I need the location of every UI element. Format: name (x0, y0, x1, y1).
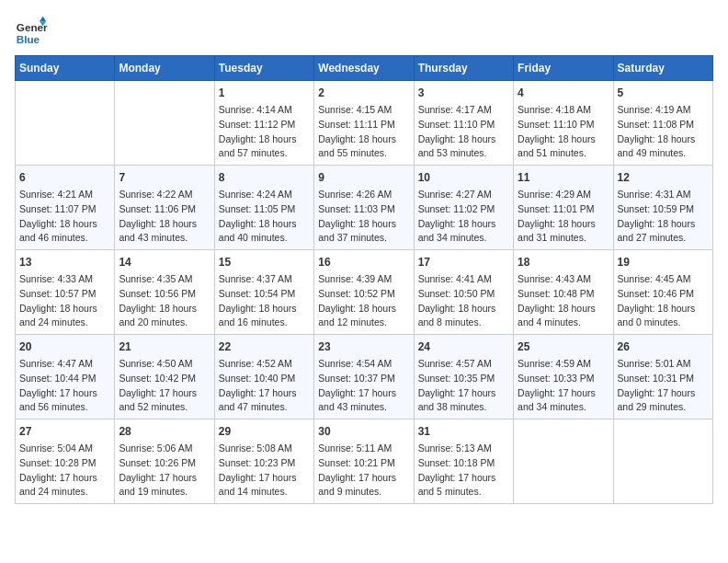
day-info: Sunrise: 4:47 AM (19, 357, 110, 372)
day-info: Sunrise: 4:17 AM (418, 103, 509, 118)
day-info: Daylight: 17 hours (618, 386, 709, 401)
weekday-header: Thursday (414, 56, 513, 81)
day-info: Sunset: 10:46 PM (618, 287, 709, 302)
day-info: Daylight: 17 hours (219, 471, 310, 486)
day-info: Daylight: 18 hours (518, 302, 609, 316)
day-info: Sunset: 10:35 PM (418, 372, 509, 386)
calendar-day-cell: 28Sunrise: 5:06 AMSunset: 10:26 PMDaylig… (115, 419, 214, 504)
weekday-header: Wednesday (314, 56, 414, 81)
calendar-day-cell: 14Sunrise: 4:35 AMSunset: 10:56 PMDaylig… (115, 250, 214, 335)
day-info: Sunrise: 4:37 AM (219, 272, 310, 287)
day-info: and 51 minutes. (518, 146, 609, 161)
day-info: Daylight: 18 hours (318, 302, 409, 316)
day-number: 26 (618, 339, 709, 355)
day-info: Sunrise: 4:33 AM (19, 272, 110, 287)
day-number: 21 (119, 339, 210, 355)
day-info: Sunrise: 4:19 AM (618, 103, 709, 118)
calendar-day-cell: 11Sunrise: 4:29 AMSunset: 11:01 PMDaylig… (514, 166, 613, 250)
day-info: Sunrise: 5:08 AM (219, 442, 310, 456)
day-info: Sunrise: 4:59 AM (518, 357, 609, 372)
day-number: 9 (318, 169, 409, 186)
calendar-week-row: 13Sunrise: 4:33 AMSunset: 10:57 PMDaylig… (16, 250, 713, 335)
calendar-day-cell: 5Sunrise: 4:19 AMSunset: 11:08 PMDayligh… (613, 81, 712, 166)
calendar-day-cell (514, 419, 613, 504)
calendar-day-cell: 2Sunrise: 4:15 AMSunset: 11:11 PMDayligh… (314, 81, 414, 166)
day-info: and 55 minutes. (318, 146, 409, 161)
day-info: Sunset: 10:40 PM (219, 372, 310, 386)
day-info: Sunrise: 4:18 AM (518, 103, 609, 118)
calendar-day-cell: 19Sunrise: 4:45 AMSunset: 10:46 PMDaylig… (613, 250, 712, 335)
day-info: Sunset: 10:26 PM (119, 456, 210, 471)
calendar-day-cell: 10Sunrise: 4:27 AMSunset: 11:02 PMDaylig… (414, 166, 513, 250)
day-info: Daylight: 17 hours (418, 471, 509, 486)
calendar-day-cell: 26Sunrise: 5:01 AMSunset: 10:31 PMDaylig… (613, 335, 712, 419)
day-info: Sunrise: 4:31 AM (618, 188, 709, 202)
day-info: Sunset: 11:08 PM (618, 118, 709, 132)
svg-text:Blue: Blue (17, 33, 40, 45)
day-info: Sunrise: 4:21 AM (19, 188, 110, 202)
calendar-week-row: 27Sunrise: 5:04 AMSunset: 10:28 PMDaylig… (16, 419, 713, 504)
calendar-week-row: 1Sunrise: 4:14 AMSunset: 11:12 PMDayligh… (16, 81, 713, 166)
day-info: Sunrise: 4:41 AM (418, 272, 509, 287)
calendar-day-cell: 15Sunrise: 4:37 AMSunset: 10:54 PMDaylig… (214, 250, 313, 335)
day-info: Daylight: 18 hours (119, 217, 210, 232)
day-number: 12 (618, 169, 709, 186)
calendar-table: SundayMondayTuesdayWednesdayThursdayFrid… (15, 55, 713, 504)
day-info: Sunset: 10:21 PM (318, 456, 409, 471)
calendar-header-row: SundayMondayTuesdayWednesdayThursdayFrid… (16, 56, 713, 81)
day-info: Daylight: 18 hours (618, 302, 709, 316)
day-info: Sunset: 10:50 PM (418, 287, 509, 302)
day-info: Sunset: 11:11 PM (318, 118, 409, 132)
calendar-day-cell: 7Sunrise: 4:22 AMSunset: 11:06 PMDayligh… (115, 166, 214, 250)
day-info: Daylight: 18 hours (518, 132, 609, 147)
day-info: and 57 minutes. (219, 146, 310, 161)
day-info: Daylight: 18 hours (318, 132, 409, 147)
day-info: Daylight: 18 hours (418, 132, 509, 147)
day-info: Daylight: 18 hours (219, 217, 310, 232)
calendar-day-cell: 3Sunrise: 4:17 AMSunset: 11:10 PMDayligh… (414, 81, 513, 166)
svg-marker-2 (40, 17, 46, 21)
weekday-header: Friday (514, 56, 613, 81)
day-info: Sunset: 10:18 PM (418, 456, 509, 471)
day-info: and 31 minutes. (518, 231, 609, 246)
day-info: Sunrise: 4:26 AM (318, 188, 409, 202)
day-number: 13 (19, 254, 110, 270)
calendar-day-cell (613, 419, 712, 504)
logo-icon: General Blue (15, 15, 48, 48)
day-info: Sunrise: 4:22 AM (119, 188, 210, 202)
day-info: Daylight: 17 hours (119, 471, 210, 486)
day-info: Sunrise: 4:27 AM (418, 188, 509, 202)
calendar-day-cell: 16Sunrise: 4:39 AMSunset: 10:52 PMDaylig… (314, 250, 414, 335)
day-number: 6 (19, 169, 110, 186)
day-info: and 12 minutes. (318, 316, 409, 330)
day-info: and 43 minutes. (119, 231, 210, 246)
day-number: 10 (418, 169, 509, 186)
day-info: Sunset: 10:48 PM (518, 287, 609, 302)
day-info: and 9 minutes. (318, 485, 409, 500)
day-info: Sunset: 11:02 PM (418, 202, 509, 217)
day-info: Sunset: 10:59 PM (618, 202, 709, 217)
day-info: and 4 minutes. (518, 316, 609, 330)
day-info: Sunset: 10:37 PM (318, 372, 409, 386)
calendar-week-row: 6Sunrise: 4:21 AMSunset: 11:07 PMDayligh… (16, 166, 713, 250)
calendar-day-cell: 24Sunrise: 4:57 AMSunset: 10:35 PMDaylig… (414, 335, 513, 419)
day-number: 22 (219, 339, 310, 355)
calendar-day-cell: 18Sunrise: 4:43 AMSunset: 10:48 PMDaylig… (514, 250, 613, 335)
day-info: Daylight: 17 hours (318, 386, 409, 401)
day-info: and 56 minutes. (19, 400, 110, 415)
day-info: Sunset: 11:01 PM (518, 202, 609, 217)
day-number: 19 (618, 254, 709, 270)
day-info: Sunrise: 5:11 AM (318, 442, 409, 456)
day-number: 27 (19, 423, 110, 440)
day-number: 16 (318, 254, 409, 270)
day-info: Sunset: 11:07 PM (19, 202, 110, 217)
day-info: Sunrise: 4:57 AM (418, 357, 509, 372)
day-number: 7 (119, 169, 210, 186)
calendar-day-cell: 30Sunrise: 5:11 AMSunset: 10:21 PMDaylig… (314, 419, 414, 504)
day-number: 3 (418, 85, 509, 101)
day-info: Sunset: 10:42 PM (119, 372, 210, 386)
day-number: 28 (119, 423, 210, 440)
day-info: Daylight: 18 hours (618, 217, 709, 232)
day-number: 1 (219, 85, 310, 101)
day-info: Daylight: 18 hours (418, 217, 509, 232)
